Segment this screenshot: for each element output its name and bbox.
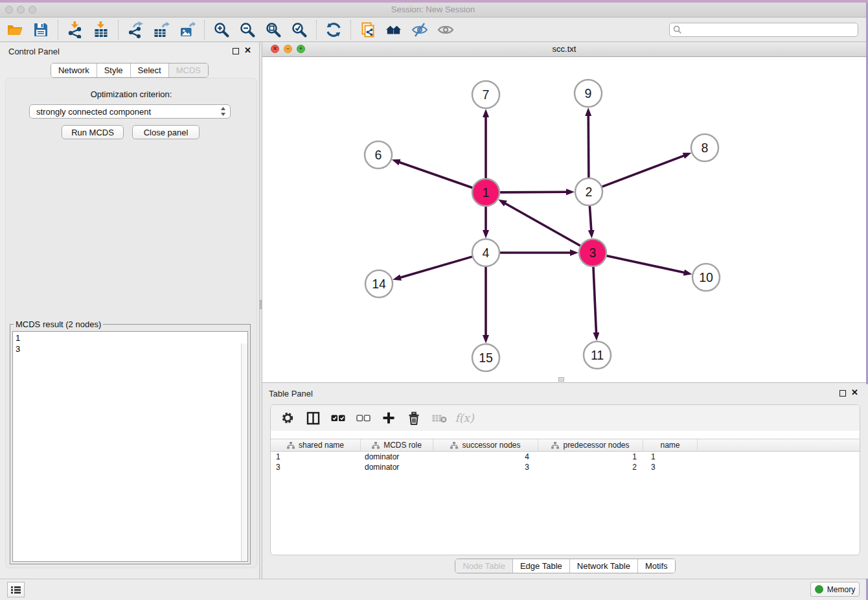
checked-boxes-icon [331, 413, 345, 422]
cell-successor-nodes[interactable]: 3 [433, 463, 538, 472]
search-input[interactable] [682, 24, 858, 36]
column-header-name[interactable]: name [643, 439, 698, 451]
minimize-network-button[interactable]: − [284, 45, 292, 53]
unselect-all-button[interactable] [356, 410, 371, 426]
zoom-in-button[interactable] [209, 19, 234, 41]
delete-table-button[interactable] [431, 410, 447, 426]
graph-node-15[interactable]: 15 [472, 344, 499, 371]
show-column-button[interactable] [305, 410, 321, 426]
tab-mcds[interactable]: MCDS [168, 63, 208, 77]
table-tab-network-table[interactable]: Network Table [569, 559, 637, 573]
hierarchy-icon [372, 442, 380, 449]
column-label: name [660, 441, 680, 450]
cell-mcds-role[interactable]: dominator [361, 463, 433, 472]
zoom-out-button[interactable] [234, 19, 260, 41]
cell-shared-name[interactable]: 3 [271, 463, 361, 472]
float-table-panel-icon[interactable] [839, 390, 846, 397]
maximize-network-button[interactable]: + [297, 45, 305, 53]
add-row-button[interactable] [381, 410, 396, 426]
export-table-icon [153, 21, 170, 38]
cell-successor-nodes[interactable]: 4 [433, 452, 538, 461]
table-tab-edge-table[interactable]: Edge Table [512, 559, 569, 573]
close-panel-button[interactable]: Close panel [132, 125, 200, 139]
select-all-button[interactable] [330, 410, 346, 426]
close-panel-icon[interactable]: ✕ [244, 47, 251, 54]
table-tab-node-table[interactable]: Node Table [455, 559, 512, 573]
table-panel-title: Table Panel [269, 389, 313, 398]
network-graph: 1234678910111415 [262, 57, 866, 383]
close-table-panel-icon[interactable]: ✕ [851, 389, 858, 396]
cell-name[interactable]: 1 [643, 452, 698, 461]
graph-node-6[interactable]: 6 [365, 141, 392, 168]
result-scrollbar[interactable] [241, 343, 247, 561]
column-header-predecessor-nodes[interactable]: predecessor nodes [538, 439, 643, 451]
column-header-shared-name[interactable]: shared name [271, 439, 361, 451]
graph-node-9[interactable]: 9 [575, 80, 602, 107]
show-all-button[interactable] [381, 19, 407, 41]
zoom-window-button[interactable] [29, 6, 36, 14]
network-resize-handle[interactable] [558, 377, 564, 382]
export-table-button[interactable] [148, 19, 174, 41]
hide-selected-button[interactable] [407, 19, 433, 41]
table-row[interactable]: 1dominator411 [271, 452, 860, 462]
close-window-button[interactable] [5, 6, 13, 14]
clone-network-button[interactable] [355, 19, 381, 41]
network-window: ✕ − + scc.txt 1234678910111415 [262, 42, 866, 383]
column-header-mcds-role[interactable]: MCDS role [361, 439, 433, 451]
import-table-icon [93, 21, 109, 38]
export-network-button[interactable] [122, 19, 148, 41]
graph-node-4[interactable]: 4 [472, 239, 499, 266]
tab-select[interactable]: Select [130, 63, 168, 77]
toolbar-separator [118, 20, 119, 40]
column-header-successor-nodes[interactable]: successor nodes [433, 439, 538, 451]
tab-network[interactable]: Network [51, 63, 97, 77]
run-mcds-button[interactable]: Run MCDS [62, 125, 124, 139]
table-row[interactable]: 3dominator323 [271, 462, 860, 472]
graph-node-2[interactable]: 2 [575, 178, 602, 205]
svg-text:10: 10 [699, 270, 713, 284]
network-window-title: scc.txt [262, 42, 866, 56]
table-toolbar: f(x) [271, 405, 860, 431]
import-network-button[interactable] [62, 19, 88, 41]
minimize-window-button[interactable] [17, 6, 25, 14]
graph-node-8[interactable]: 8 [691, 134, 718, 161]
list-icon [10, 585, 21, 595]
control-panel-tabs: NetworkStyleSelectMCDS [0, 63, 259, 78]
cell-predecessor-nodes[interactable]: 2 [538, 463, 643, 472]
table-tab-group: Node TableEdge TableNetwork TableMotifs [455, 559, 675, 573]
zoom-fit-icon [265, 21, 282, 38]
show-selected-button[interactable] [433, 19, 459, 41]
export-image-button[interactable] [174, 19, 200, 41]
import-table-button[interactable] [88, 19, 114, 41]
gear-icon [281, 411, 294, 424]
graph-node-7[interactable]: 7 [472, 81, 499, 108]
graph-node-10[interactable]: 10 [692, 264, 720, 291]
open-session-button[interactable] [2, 19, 28, 41]
zoom-selected-button[interactable] [286, 19, 312, 41]
zoom-fit-button[interactable] [260, 19, 286, 41]
task-history-button[interactable] [7, 582, 25, 597]
save-session-button[interactable] [28, 19, 54, 41]
unchecked-boxes-icon [356, 413, 371, 422]
refresh-layout-button[interactable] [321, 19, 347, 41]
mcds-result-text[interactable]: 1 3 [12, 331, 248, 562]
cell-mcds-role[interactable]: dominator [361, 452, 433, 461]
float-panel-icon[interactable] [233, 48, 239, 54]
table-settings-button[interactable] [280, 410, 295, 426]
graph-node-3[interactable]: 3 [579, 239, 606, 266]
cell-predecessor-nodes[interactable]: 1 [538, 452, 643, 461]
table-tab-motifs[interactable]: Motifs [637, 559, 675, 573]
criterion-select[interactable]: strongly connected component [29, 104, 231, 119]
tab-style[interactable]: Style [97, 63, 130, 77]
cell-name[interactable]: 3 [643, 463, 698, 472]
cell-shared-name[interactable]: 1 [271, 452, 361, 461]
memory-button[interactable]: Memory [810, 582, 860, 597]
graph-node-1[interactable]: 1 [472, 179, 499, 206]
function-builder-button[interactable]: f(x) [457, 410, 472, 426]
splitter-grip[interactable] [260, 300, 262, 309]
graph-node-11[interactable]: 11 [584, 341, 611, 369]
graph-node-14[interactable]: 14 [365, 270, 393, 297]
delete-row-button[interactable] [406, 410, 422, 426]
mcds-result-title: MCDS result (2 nodes) [14, 319, 103, 329]
close-network-button[interactable]: ✕ [271, 45, 279, 53]
